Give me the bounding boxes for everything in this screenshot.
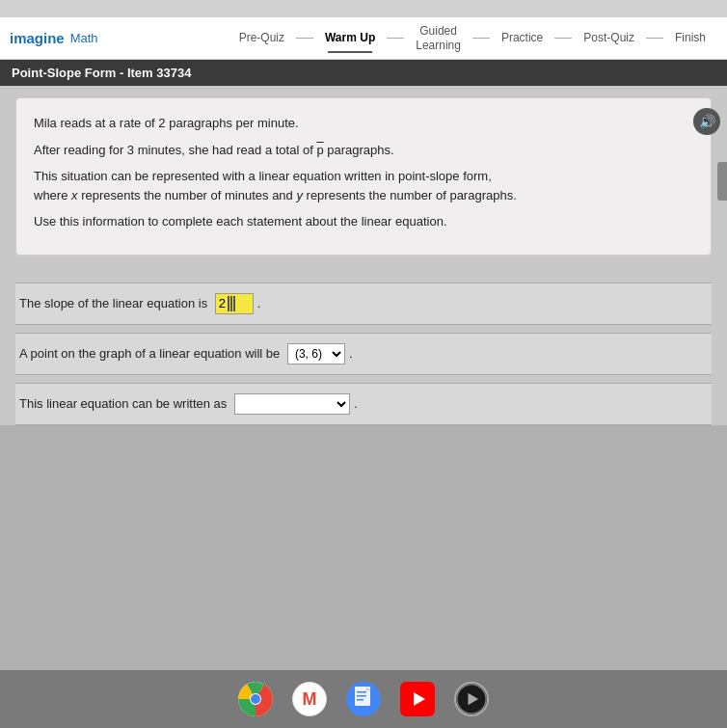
scroll-indicator xyxy=(717,162,727,201)
slope-label-after: . xyxy=(257,296,261,310)
svg-point-3 xyxy=(251,694,260,704)
svg-rect-6 xyxy=(357,691,366,693)
equation-select[interactable]: y - 6 = 2(x - 3) y + 6 = 2(x + 3) y - 3 … xyxy=(234,393,350,415)
main-content: Mila reads at a rate of 2 paragraphs per… xyxy=(0,86,727,277)
content-card: Mila reads at a rate of 2 paragraphs per… xyxy=(15,97,712,256)
gmail-label: M xyxy=(303,689,317,710)
card-line-4: Use this information to complete each st… xyxy=(34,212,693,231)
slope-value: 2 xyxy=(219,296,226,310)
card-line-1: Mila reads at a rate of 2 paragraphs per… xyxy=(34,114,693,133)
card-line-3: This situation can be represented with a… xyxy=(34,167,693,204)
equation-label-after: . xyxy=(354,396,358,411)
speaker-icon: 🔊 xyxy=(699,114,715,129)
question-section: The slope of the linear equation is 2 . … xyxy=(0,283,727,425)
speaker-button[interactable]: 🔊 xyxy=(693,108,720,135)
svg-rect-7 xyxy=(357,695,366,697)
point-label-after: . xyxy=(349,346,353,361)
point-label-before: A point on the graph of a linear equatio… xyxy=(19,346,283,361)
nav-step-warm-up[interactable]: Warm Up xyxy=(313,31,387,44)
nav-step-post-quiz[interactable]: Post-Quiz xyxy=(572,31,646,44)
slope-input[interactable]: 2 xyxy=(215,293,254,314)
nav-steps: Pre-QuizWarm UpGuidedLearningPracticePos… xyxy=(228,24,717,52)
question-row-slope: The slope of the linear equation is 2 . xyxy=(15,283,712,325)
page-title: Point-Slope Form - Item 33734 xyxy=(12,66,191,80)
chrome-icon[interactable] xyxy=(238,682,273,716)
app-header: imagine Math Pre-QuizWarm UpGuidedLearni… xyxy=(0,17,727,60)
question-row-equation: This linear equation can be written as y… xyxy=(15,383,712,425)
nav-step-pre-quiz[interactable]: Pre-Quiz xyxy=(228,31,296,44)
taskbar: M xyxy=(0,670,727,728)
youtube-icon[interactable] xyxy=(400,682,435,716)
svg-rect-8 xyxy=(357,699,364,701)
gmail-icon[interactable]: M xyxy=(292,682,327,716)
app-subject[interactable]: Math xyxy=(70,31,98,45)
point-select[interactable]: (3, 6) (2, 3) (1, 2) (6, 3) xyxy=(287,343,345,364)
docs-icon[interactable] xyxy=(346,682,381,716)
card-line-2: After reading for 3 minutes, she had rea… xyxy=(34,141,693,160)
nav-step-guided-learning[interactable]: GuidedLearning xyxy=(404,24,472,52)
cursor-indicator xyxy=(228,296,235,311)
nav-step-finish[interactable]: Finish xyxy=(663,31,717,44)
equation-label-before: This linear equation can be written as xyxy=(19,396,230,411)
media-play-icon[interactable] xyxy=(454,682,489,716)
nav-step-practice[interactable]: Practice xyxy=(490,31,554,44)
app-logo: imagine xyxy=(10,30,65,46)
browser-bar xyxy=(0,0,727,17)
p-overline: p xyxy=(316,143,323,157)
slope-label-before: The slope of the linear equation is xyxy=(19,296,211,310)
question-row-point: A point on the graph of a linear equatio… xyxy=(15,333,712,375)
page-title-bar: Point-Slope Form - Item 33734 xyxy=(0,60,727,86)
